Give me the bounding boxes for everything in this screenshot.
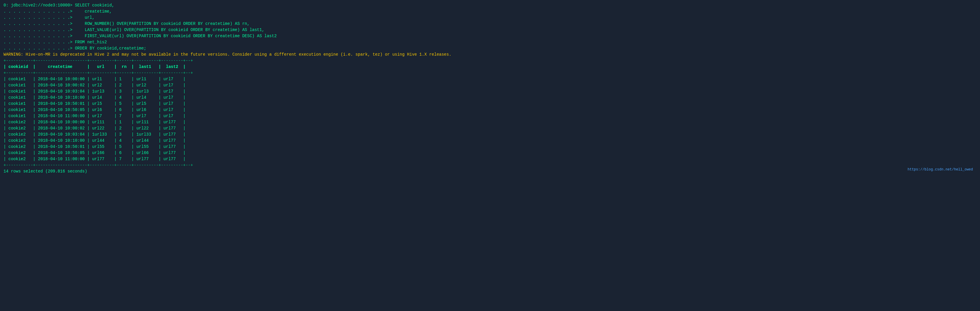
terminal-line-23: | cookie2 | 2018-04-10 10:50:01 | url55 …	[3, 144, 977, 150]
terminal-line-20: | cookie2 | 2018-04-10 10:00:02 | url22 …	[3, 125, 977, 132]
terminal-line-12: | cookie1 | 2018-04-10 10:00:00 | url1 |…	[3, 76, 977, 82]
terminal-line-7: . . . . . . . . . . . . . .> ORDER BY co…	[3, 45, 977, 52]
terminal: 0: jdbc:hive2://node3:10000> SELECT cook…	[3, 2, 977, 175]
bottom-bar: 14 rows selected (209.816 seconds) https…	[3, 168, 977, 175]
terminal-line-26: +-----------+---------------------+-----…	[3, 162, 977, 168]
terminal-line-5: . . . . . . . . . . . . . .> FIRST_VALUE…	[3, 33, 977, 39]
terminal-line-16: | cookie1 | 2018-04-10 10:50:01 | url5 |…	[3, 101, 977, 107]
terminal-line-2: . . . . . . . . . . . . . .> url,	[3, 15, 977, 21]
terminal-line-22: | cookie2 | 2018-04-10 10:10:00 | url44 …	[3, 138, 977, 144]
terminal-line-18: | cookie1 | 2018-04-10 11:00:00 | url7 |…	[3, 113, 977, 119]
terminal-line-1: . . . . . . . . . . . . . .> createtime,	[3, 8, 977, 15]
terminal-line-25: | cookie2 | 2018-04-10 11:00:00 | url77 …	[3, 156, 977, 162]
url-link[interactable]: https://blog.csdn.net/hell_owed	[908, 167, 973, 172]
terminal-line-15: | cookie1 | 2018-04-10 10:10:00 | url4 |…	[3, 95, 977, 101]
terminal-line-19: | cookie2 | 2018-04-10 10:00:00 | url11 …	[3, 119, 977, 125]
terminal-line-14: | cookie1 | 2018-04-10 10:03:04 | 1url3 …	[3, 89, 977, 95]
terminal-line-6: . . . . . . . . . . . . . .> FROM net_hi…	[3, 39, 977, 45]
terminal-line-17: | cookie1 | 2018-04-10 10:50:05 | url6 |…	[3, 107, 977, 113]
terminal-line-0: 0: jdbc:hive2://node3:10000> SELECT cook…	[3, 2, 977, 8]
terminal-line-9: +-----------+---------------------+-----…	[3, 58, 977, 64]
terminal-line-24: | cookie2 | 2018-04-10 10:50:05 | url66 …	[3, 150, 977, 156]
terminal-line-3: . . . . . . . . . . . . . .> ROW_NUMBER(…	[3, 21, 977, 27]
terminal-line-11: +-----------+---------------------+-----…	[3, 70, 977, 76]
terminal-line-13: | cookie1 | 2018-04-10 10:00:02 | url2 |…	[3, 82, 977, 89]
terminal-line-21: | cookie2 | 2018-04-10 10:03:04 | 1url33…	[3, 132, 977, 138]
result-text: 14 rows selected (209.816 seconds)	[3, 169, 87, 174]
terminal-line-10: | cookieid | createtime | url | rn | las…	[3, 64, 977, 70]
terminal-line-4: . . . . . . . . . . . . . .> LAST_VALUE(…	[3, 27, 977, 33]
terminal-line-8: WARNING: Hive-on-MR is deprecated in Hiv…	[3, 52, 977, 58]
